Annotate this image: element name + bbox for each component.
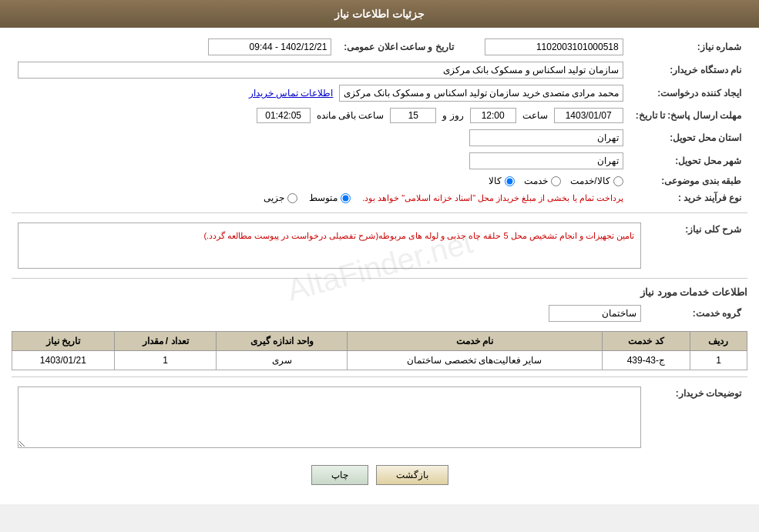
purchase-radio-small[interactable] [287, 193, 297, 203]
buyer-org-value: سازمان تولید اسکناس و مسکوک بانک مرکزی [18, 62, 623, 79]
table-cell-0-2: سایر فعالیت‌های تخصصی ساختمان [348, 351, 603, 370]
page-title: جزئیات اطلاعات نیاز [334, 8, 425, 20]
category-label-service: خدمت [524, 176, 548, 186]
remaining-label: ساعت باقی مانده [317, 110, 385, 121]
need-number-value: 1102003101000518 [485, 38, 623, 55]
category-radio-goods-service[interactable] [613, 176, 623, 186]
category-option-goods-service[interactable]: کالا/خدمت [570, 176, 623, 186]
purchase-label-medium: متوسط [309, 192, 338, 203]
col-header-4: تعداد / مقدار [114, 332, 217, 351]
category-label: طبقه بندی موضوعی: [630, 172, 747, 189]
services-table: ردیفکد خدمتنام خدمتواحد اندازه گیریتعداد… [12, 331, 747, 370]
province-value: تهران [469, 129, 623, 146]
need-desc-label: شرح کلی نیاز: [647, 219, 747, 272]
purchase-option-small[interactable]: جزیی [264, 192, 297, 203]
divider-2 [12, 278, 747, 279]
col-header-0: ردیف [690, 332, 747, 351]
table-cell-0-3: سری [217, 351, 348, 370]
response-time-label: ساعت [522, 110, 548, 121]
response-day-value: 15 [390, 108, 436, 123]
city-value: تهران [469, 152, 623, 169]
need-desc-value: تامین تجهیزات و انجام تشخیص محل 5 حلقه چ… [18, 223, 641, 269]
category-option-service[interactable]: خدمت [524, 176, 561, 186]
divider-3 [12, 376, 747, 377]
creator-label: ایجاد کننده درخواست: [630, 82, 747, 105]
purchase-option-medium[interactable]: متوسط [309, 192, 351, 203]
response-day-label: روز و [442, 110, 463, 121]
table-cell-0-1: ج-43-439 [602, 351, 690, 370]
creator-value: محمد مرادی متصدی خرید سازمان تولید اسکنا… [339, 85, 623, 102]
buyer-desc-table: توضیحات خریدار: [12, 383, 747, 453]
buyer-desc-label: توضیحات خریدار: [647, 383, 747, 453]
response-date-value: 1403/01/07 [554, 108, 623, 123]
services-info-title: اطلاعات خدمات مورد نیاز [12, 286, 747, 298]
category-radio-group: کالا/خدمت خدمت کالا [18, 176, 623, 186]
announce-date-value: 1402/12/21 - 09:44 [208, 38, 331, 55]
service-group-value: ساختمان [549, 305, 641, 322]
service-group-table: گروه خدمت: ساختمان [12, 302, 747, 325]
purchase-note: پرداخت تمام یا بخشی از مبلغ خریداز محل "… [362, 193, 623, 203]
remaining-value: 01:42:05 [257, 108, 311, 123]
table-cell-0-0: 1 [690, 351, 747, 370]
category-label-goods-service: کالا/خدمت [570, 176, 610, 186]
button-row: بازگشت چاپ [12, 465, 747, 485]
main-info-table: شماره نیاز: 1102003101000518 تاریخ و ساع… [12, 35, 747, 206]
col-header-3: واحد اندازه گیری [217, 332, 348, 351]
col-header-1: کد خدمت [602, 332, 690, 351]
col-header-5: تاریخ نیاز [12, 332, 115, 351]
print-button[interactable]: چاپ [311, 465, 368, 485]
buyer-org-label: نام دستگاه خریدار: [630, 59, 747, 82]
announce-date-label: تاریخ و ساعت اعلان عمومی: [338, 35, 459, 59]
province-label: استان محل تحویل: [630, 126, 747, 149]
table-cell-0-4: 1 [114, 351, 217, 370]
response-deadline-label: مهلت ارسال پاسخ: تا تاریخ: [630, 105, 747, 126]
response-time-value: 12:00 [470, 108, 516, 123]
city-label: شهر محل تحویل: [630, 149, 747, 172]
category-radio-service[interactable] [551, 176, 561, 186]
page-header: جزئیات اطلاعات نیاز [0, 0, 759, 28]
purchase-radio-medium[interactable] [341, 193, 351, 203]
category-radio-goods[interactable] [505, 176, 515, 186]
purchase-type-label: نوع فرآیند خرید : [630, 189, 747, 206]
table-row: 1ج-43-439سایر فعالیت‌های تخصصی ساختمانسر… [12, 351, 747, 370]
service-group-label: گروه خدمت: [647, 302, 747, 325]
table-cell-0-5: 1403/01/21 [12, 351, 115, 370]
category-label-goods: کالا [489, 176, 502, 186]
category-option-goods[interactable]: کالا [489, 176, 515, 186]
back-button[interactable]: بازگشت [376, 465, 448, 485]
divider-1 [12, 212, 747, 213]
need-desc-table: شرح کلی نیاز: تامین تجهیزات و انجام تشخی… [12, 219, 747, 272]
purchase-type-row: پرداخت تمام یا بخشی از مبلغ خریداز محل "… [18, 192, 623, 203]
purchase-label-small: جزیی [264, 192, 284, 203]
col-header-2: نام خدمت [348, 332, 603, 351]
need-number-label: شماره نیاز: [630, 35, 747, 59]
contact-link[interactable]: اطلاعات تماس خریدار [249, 88, 334, 99]
buyer-desc-textarea[interactable] [18, 386, 641, 448]
